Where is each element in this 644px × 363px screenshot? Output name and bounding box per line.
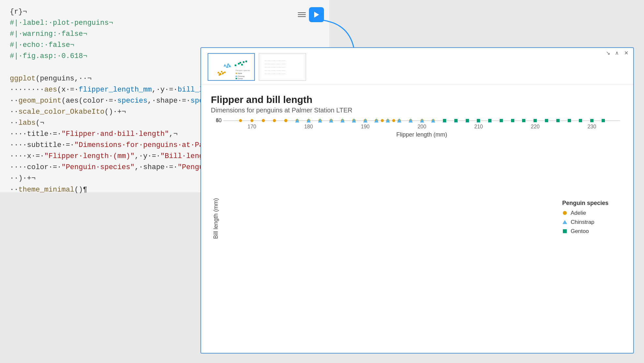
legend-label-gentoo: Gentoo [571,228,589,235]
legend-item-adelie: Adelie [562,210,608,216]
svg-point-8 [221,71,222,73]
x-tick-label: 180 [304,124,313,130]
svg-rect-18 [235,65,236,66]
svg-marker-93 [374,119,378,123]
legend-label-adelie: Adelie [571,210,586,216]
svg-marker-3 [314,12,319,18]
svg-text:--- ---- ------ ------ -----: --- ---- ------ ------ ----- [265,72,285,75]
svg-marker-88 [318,119,322,123]
data-point-gentoo [454,119,458,122]
x-axis-label: Flipper length (mm) [223,131,620,138]
data-point-gentoo [488,119,491,122]
output-panel: ↘ ∧ ✕ [200,47,634,354]
svg-point-10 [224,72,226,73]
svg-text:Gentoo: Gentoo [238,78,243,79]
svg-marker-85 [420,119,424,123]
data-point-gentoo [511,119,514,122]
chart-subtitle: Dimensions for penguins at Palmer Statio… [211,107,620,114]
data-point-gentoo [545,119,548,122]
data-point-chinstrap [341,119,344,123]
data-point-chinstrap [374,119,378,123]
close-icon[interactable]: ✕ [624,50,630,56]
svg-point-12 [222,73,223,75]
svg-point-25 [236,73,237,74]
data-point-adelie [250,119,253,122]
chart-area: Flipper and bill length Dimensions for p… [201,84,633,352]
svg-rect-21 [241,64,243,65]
code-line-1: {r}¬ [10,7,319,18]
svg-rect-98 [563,229,567,233]
x-tick-label: 210 [474,124,483,130]
legend-title: Penguin species [562,200,608,207]
data-point-gentoo [568,119,571,122]
chart-title: Flipper and bill length [211,94,620,105]
data-point-gentoo [443,119,446,122]
svg-marker-91 [352,119,356,123]
data-point-chinstrap [431,119,435,123]
svg-text:Penguin species: Penguin species [236,69,250,71]
thumbnail-strip: Penguin species Adelie Chinstrap Gentoo … [201,48,633,84]
data-point-adelie [273,119,276,122]
svg-marker-86 [295,119,299,123]
svg-marker-94 [386,119,390,123]
data-point-chinstrap [295,119,299,123]
svg-text:--- ---- ------ ------ -----: --- ---- ------ ------ ----- [265,69,285,71]
svg-text:Adelie: Adelie [238,72,242,74]
x-tick-label: 200 [417,124,426,130]
svg-text:--- ---- ------ ------ -----: --- ---- ------ ------ ----- [265,59,285,62]
chunk-options-icon[interactable] [297,11,307,18]
svg-rect-19 [238,63,240,65]
data-point-gentoo [534,119,537,122]
legend-item-gentoo: Gentoo [562,228,608,235]
data-point-adelie [262,119,265,122]
x-tick-label: 170 [248,124,256,130]
svg-marker-81 [409,119,413,123]
data-point-gentoo [500,119,503,122]
data-point-adelie [285,119,287,122]
svg-marker-90 [341,119,344,123]
collapse-icon[interactable]: ∧ [615,50,621,56]
data-point-gentoo [522,119,525,122]
thumbnail-1[interactable]: Penguin species Adelie Chinstrap Gentoo [208,53,255,81]
data-point-chinstrap [386,119,390,123]
data-point-chinstrap [318,119,322,123]
y-axis-label: Bill length (mm) [211,121,221,316]
svg-rect-23 [245,61,247,62]
thumbnail-2[interactable]: --- ---- ------ ------ ----- --- ---- --… [259,53,306,81]
svg-point-13 [218,74,220,76]
svg-text:Chinstrap: Chinstrap [238,75,245,77]
svg-marker-70 [431,119,435,123]
data-point-gentoo [579,119,582,122]
svg-rect-20 [240,62,241,64]
svg-text:--- ---- ------ ------ -----: --- ---- ------ ------ ----- [265,63,285,65]
data-point-chinstrap [307,119,311,123]
svg-text:--- ---- ------ ------ -----: --- ---- ------ ------ ----- [265,66,285,68]
svg-point-96 [563,211,567,215]
data-point-chinstrap [352,119,356,123]
pin-icon[interactable]: ↘ [606,50,612,56]
data-point-gentoo [602,119,605,122]
run-button-area [297,7,324,22]
data-point-chinstrap [397,119,401,123]
svg-marker-97 [563,220,567,224]
svg-rect-29 [236,78,237,79]
data-point-adelie [392,119,395,122]
chart-plot-area: 405060170180190200210220230 [223,121,620,121]
code-line-3: #|·warning:·false¬ [10,29,319,40]
svg-marker-89 [329,119,333,123]
data-point-gentoo [590,119,593,122]
run-chunk-button[interactable] [309,7,324,22]
data-point-gentoo [556,119,560,122]
data-point-gentoo [477,119,480,122]
legend-label-chinstrap: Chinstrap [571,219,594,225]
data-point-chinstrap [409,119,413,123]
svg-marker-95 [397,119,401,123]
x-tick-label: 230 [588,124,596,130]
svg-marker-92 [363,119,367,123]
legend: Penguin species Adelie Chinstrap Gentoo [557,196,614,240]
svg-marker-87 [307,119,311,123]
chart-container: Bill length (mm) 40506017018019020021022… [211,121,620,316]
svg-point-6 [217,72,219,74]
x-tick-label: 190 [361,124,370,130]
svg-rect-22 [243,61,244,63]
